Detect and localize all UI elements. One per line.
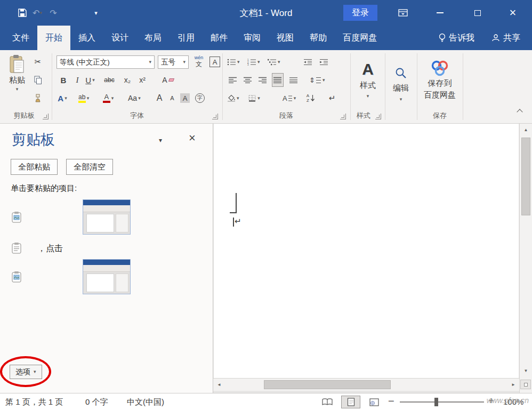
- asian-layout-button[interactable]: A ▾: [283, 91, 296, 105]
- read-mode-button[interactable]: [318, 396, 337, 408]
- paragraph-dialog-launcher[interactable]: [340, 114, 346, 119]
- tab-file[interactable]: 文件: [4, 26, 37, 50]
- horizontal-scroll-thumb[interactable]: [264, 380, 391, 389]
- font-name-select[interactable]: 等线 (中文正文) ▾: [57, 55, 155, 69]
- character-border-button[interactable]: A: [209, 55, 221, 69]
- word-count-indicator[interactable]: 0 个字: [85, 397, 108, 407]
- maximize-button[interactable]: [465, 0, 490, 26]
- clipboard-item-screenshot-1[interactable]: [83, 199, 131, 235]
- document-page[interactable]: [214, 124, 519, 378]
- vertical-scroll-thumb[interactable]: [521, 138, 530, 215]
- distribute-text-button[interactable]: [288, 73, 300, 87]
- print-layout-button[interactable]: [341, 396, 360, 408]
- subscript-button[interactable]: x₂: [122, 73, 133, 87]
- underline-button[interactable]: U▾: [84, 73, 96, 87]
- character-shading-button[interactable]: A: [179, 91, 191, 105]
- align-left-icon: [229, 77, 237, 84]
- save-to-baidu-netdisk-button[interactable]: 保存到 百度网盘: [421, 54, 458, 106]
- ribbon-display-options-button[interactable]: [393, 0, 413, 26]
- chevron-down-icon: ▾: [159, 136, 162, 144]
- tab-help[interactable]: 帮助: [302, 26, 335, 50]
- tab-review[interactable]: 审阅: [236, 26, 269, 50]
- chevron-down-icon: ▾: [65, 96, 67, 101]
- editing-button[interactable]: 编辑 ▾: [387, 54, 415, 114]
- align-center-button[interactable]: [242, 73, 254, 87]
- highlight-color-swatch: [78, 101, 86, 103]
- tell-me-button[interactable]: 告诉我: [430, 26, 483, 50]
- pane-close-button[interactable]: ×: [189, 131, 196, 145]
- grow-font-button[interactable]: A: [154, 91, 165, 105]
- superscript-button[interactable]: x²: [136, 73, 148, 87]
- font-size-select[interactable]: 五号 ▾: [158, 55, 189, 69]
- scroll-right-button[interactable]: ►: [509, 379, 518, 391]
- language-indicator[interactable]: 中文(中国): [127, 397, 164, 407]
- show-formatting-marks-button[interactable]: ↵: [326, 91, 338, 105]
- bold-button[interactable]: B: [58, 73, 69, 87]
- bullets-button[interactable]: ▾: [227, 55, 240, 69]
- format-painter-button[interactable]: [32, 91, 44, 105]
- horizontal-scrollbar[interactable]: ◄ ►: [213, 378, 519, 391]
- zoom-out-button[interactable]: −: [388, 395, 394, 407]
- paragraph-end-mark: ↵: [235, 216, 241, 226]
- scroll-left-button[interactable]: ◄: [214, 379, 224, 391]
- clipboard-hint-text: 单击要粘贴的项目:: [11, 183, 77, 194]
- change-case-button[interactable]: Aa▾: [128, 91, 141, 105]
- paste-all-button[interactable]: 全部粘贴: [11, 159, 58, 175]
- scroll-up-button[interactable]: ▲: [520, 125, 532, 134]
- tab-insert[interactable]: 插入: [70, 26, 103, 50]
- zoom-slider-track[interactable]: [400, 401, 484, 403]
- pane-menu-button[interactable]: ▾: [159, 136, 162, 144]
- zoom-slider-thumb[interactable]: [434, 398, 438, 406]
- multilevel-list-button[interactable]: ▾: [268, 55, 280, 69]
- styles-gallery-button[interactable]: A 样式 ▾: [352, 54, 384, 106]
- clear-formatting-button[interactable]: A: [162, 73, 174, 87]
- vertical-scrollbar[interactable]: ▲ ▼: [519, 124, 532, 393]
- borders-button[interactable]: ▾: [248, 91, 260, 105]
- align-right-button[interactable]: [257, 73, 269, 87]
- sort-button[interactable]: A Z: [305, 91, 317, 105]
- justify-button[interactable]: [272, 73, 284, 87]
- strikethrough-button[interactable]: abc: [103, 73, 115, 87]
- tab-baidu-netdisk[interactable]: 百度网盘: [335, 26, 385, 50]
- clipboard-dialog-launcher[interactable]: [43, 114, 49, 119]
- collapse-ribbon-button[interactable]: [514, 106, 526, 116]
- shrink-font-button[interactable]: A: [166, 91, 178, 105]
- chevron-down-icon: ▾: [400, 97, 402, 102]
- browse-objects-button[interactable]: [520, 380, 531, 389]
- close-button[interactable]: ×: [500, 0, 526, 26]
- decrease-indent-button[interactable]: [302, 55, 313, 69]
- numbering-button[interactable]: 123 ▾: [247, 55, 260, 69]
- page-number-indicator[interactable]: 第 1 页，共 1 页: [5, 397, 63, 407]
- enclose-characters-button[interactable]: 字: [194, 91, 206, 105]
- tab-references[interactable]: 引用: [170, 26, 203, 50]
- scroll-down-button[interactable]: ▼: [520, 366, 532, 375]
- font-dialog-launcher[interactable]: [212, 114, 218, 119]
- web-layout-button[interactable]: [365, 396, 384, 408]
- tab-design[interactable]: 设计: [103, 26, 136, 50]
- line-spacing-button[interactable]: ⇕ ▾: [309, 73, 325, 87]
- justify-icon: [273, 77, 282, 84]
- share-button[interactable]: 共享: [483, 26, 532, 50]
- cut-button[interactable]: ✂: [32, 55, 44, 69]
- clear-all-button[interactable]: 全部清空: [66, 159, 113, 175]
- sign-in-button[interactable]: 登录: [343, 5, 377, 21]
- minimize-button[interactable]: [426, 0, 453, 26]
- italic-button[interactable]: I: [71, 73, 83, 87]
- clipboard-item-text[interactable]: ，点击: [37, 243, 63, 254]
- align-left-button[interactable]: [227, 73, 239, 87]
- shading-button[interactable]: ▾: [227, 91, 239, 105]
- tab-home[interactable]: 开始: [37, 26, 70, 50]
- tab-view[interactable]: 视图: [269, 26, 302, 50]
- font-color-button[interactable]: A ▾: [102, 91, 114, 105]
- tab-mailings[interactable]: 邮件: [203, 26, 236, 50]
- styles-dialog-launcher[interactable]: [375, 114, 381, 119]
- text-highlight-color-button[interactable]: ab ▾: [78, 91, 90, 105]
- text-effects-button[interactable]: A▾: [57, 91, 68, 105]
- increase-indent-button[interactable]: [318, 55, 329, 69]
- phonetic-guide-button[interactable]: wén 文: [193, 53, 205, 69]
- clipboard-item-screenshot-2[interactable]: [83, 259, 131, 294]
- clipboard-options-button[interactable]: 选项 ▾: [10, 365, 42, 379]
- copy-button[interactable]: [32, 73, 44, 87]
- paste-button[interactable]: 粘贴 ▾: [4, 54, 30, 110]
- tab-layout[interactable]: 布局: [136, 26, 170, 50]
